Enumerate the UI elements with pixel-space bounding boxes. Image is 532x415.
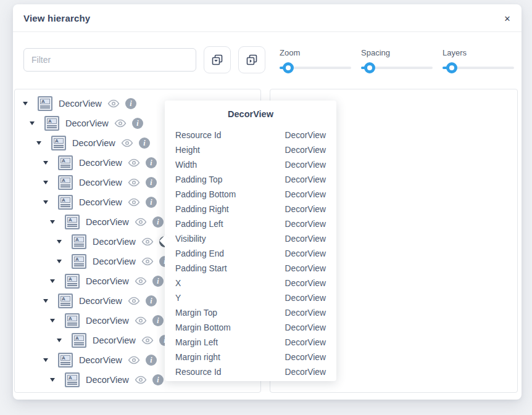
eye-icon[interactable]: [128, 158, 140, 167]
slider-track[interactable]: [361, 67, 433, 69]
view-icon: A: [72, 234, 86, 249]
expand-all-button[interactable]: [204, 46, 231, 73]
info-icon[interactable]: i: [152, 216, 164, 228]
view-icon: A: [58, 155, 73, 170]
info-icon[interactable]: i: [146, 177, 157, 188]
property-value: DecorView: [285, 190, 326, 199]
property-value: DecorView: [285, 160, 326, 170]
property-row: Margin right DecorView: [165, 350, 336, 364]
property-label: Padding End: [175, 249, 224, 258]
view-icon-letter: A: [67, 217, 77, 223]
chevron-down-icon[interactable]: [50, 319, 55, 323]
property-value: DecorView: [285, 294, 326, 303]
eye-icon[interactable]: [135, 218, 147, 226]
chevron-down-icon[interactable]: [43, 161, 48, 165]
info-icon[interactable]: i: [146, 197, 157, 208]
view-icon-letter: A: [60, 355, 70, 361]
slider-thumb[interactable]: [364, 62, 375, 73]
property-row: Padding Bottom DecorView: [165, 187, 336, 202]
eye-icon[interactable]: [121, 139, 133, 147]
property-label: Y: [175, 294, 181, 303]
tree-item-label: DecorView: [79, 355, 122, 365]
eye-icon[interactable]: [135, 316, 147, 325]
info-icon[interactable]: i: [132, 118, 143, 129]
property-row: Visibility DecorView: [165, 231, 336, 246]
view-icon: A: [58, 294, 73, 308]
property-value: DecorView: [285, 368, 326, 377]
slider-track[interactable]: [280, 67, 351, 69]
collapse-all-icon: [245, 53, 259, 67]
info-icon[interactable]: i: [152, 315, 164, 326]
tree-item-label: DecorView: [79, 296, 122, 306]
view-icon: A: [65, 313, 80, 328]
view-icon-letter: A: [60, 296, 70, 302]
chevron-down-icon[interactable]: [50, 279, 55, 283]
page-title: View hierarchy: [23, 4, 90, 32]
eye-icon[interactable]: [107, 99, 120, 108]
chevron-down-icon[interactable]: [36, 141, 41, 145]
view-icon-letter: A: [67, 375, 77, 380]
view-icon: A: [38, 96, 52, 111]
eye-icon[interactable]: [141, 336, 154, 345]
view-icon-letter: A: [47, 118, 57, 124]
slider-thumb[interactable]: [446, 62, 457, 73]
chevron-down-icon[interactable]: [57, 339, 62, 342]
view-icon-letter: A: [74, 335, 84, 341]
slider-label: Zoom: [280, 48, 351, 57]
view-icon: A: [65, 215, 80, 229]
eye-icon[interactable]: [141, 237, 154, 246]
filter-input[interactable]: [23, 48, 196, 72]
tree-item-label: DecorView: [86, 316, 129, 326]
tree-item-label: DecorView: [65, 118, 109, 128]
info-icon[interactable]: i: [152, 276, 164, 287]
popup-title: DecorView: [165, 109, 336, 119]
info-icon[interactable]: i: [146, 355, 157, 366]
info-icon[interactable]: i: [146, 157, 157, 168]
info-icon[interactable]: i: [146, 295, 157, 306]
tree-item-label: DecorView: [93, 335, 136, 345]
property-label: Width: [175, 160, 197, 170]
chevron-down-icon[interactable]: [57, 240, 62, 244]
view-icon-letter: A: [74, 237, 84, 242]
eye-icon[interactable]: [128, 356, 140, 364]
property-label: Padding Bottom: [175, 190, 236, 199]
property-value: DecorView: [285, 205, 326, 214]
chevron-down-icon[interactable]: [57, 260, 62, 263]
expand-all-icon: [210, 53, 224, 67]
chevron-down-icon[interactable]: [50, 378, 55, 382]
property-value: DecorView: [285, 131, 326, 140]
chevron-down-icon[interactable]: [50, 220, 55, 224]
tree-item-label: DecorView: [93, 237, 136, 247]
chevron-down-icon[interactable]: [30, 121, 35, 125]
property-row: Margin Bottom DecorView: [165, 320, 336, 335]
property-label: Resource Id: [175, 131, 221, 140]
property-label: Padding Start: [175, 264, 227, 273]
view-icon: A: [65, 274, 80, 289]
tree-item-label: DecorView: [79, 158, 122, 168]
chevron-down-icon[interactable]: [43, 200, 48, 204]
slider-thumb[interactable]: [283, 62, 294, 73]
property-row: Padding Start DecorView: [165, 261, 336, 276]
info-icon[interactable]: i: [125, 98, 136, 109]
chevron-down-icon[interactable]: [43, 299, 48, 303]
info-icon[interactable]: i: [139, 138, 150, 149]
eye-icon[interactable]: [141, 257, 154, 266]
eye-icon[interactable]: [128, 198, 140, 207]
eye-icon[interactable]: [135, 376, 147, 384]
property-row: Resource Id DecorView: [165, 364, 336, 379]
info-icon[interactable]: i: [152, 374, 164, 385]
slider-track[interactable]: [443, 67, 514, 69]
property-value: DecorView: [285, 308, 326, 318]
eye-icon[interactable]: [128, 178, 140, 187]
chevron-down-icon[interactable]: [23, 102, 28, 105]
eye-icon[interactable]: [114, 119, 127, 128]
chevron-down-icon[interactable]: [43, 181, 48, 184]
chevron-down-icon[interactable]: [43, 358, 48, 362]
view-icon-letter: A: [60, 178, 70, 183]
eye-icon[interactable]: [128, 297, 140, 305]
property-value: DecorView: [285, 279, 326, 288]
collapse-all-button[interactable]: [238, 46, 265, 73]
view-icon-letter: A: [67, 276, 77, 282]
eye-icon[interactable]: [135, 277, 147, 286]
close-icon[interactable]: ✕: [501, 12, 514, 25]
